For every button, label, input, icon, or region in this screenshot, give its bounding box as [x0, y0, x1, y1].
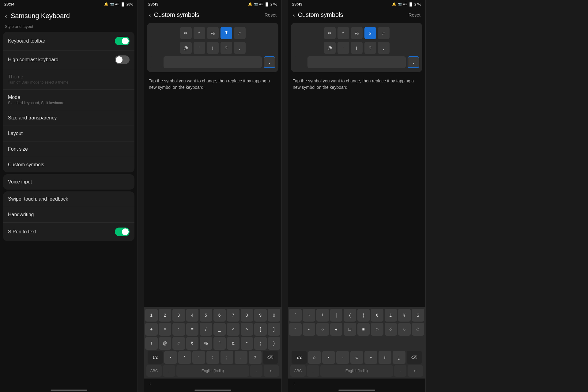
kb-key-rquote-2[interactable]: » — [364, 351, 377, 364]
kb-comma-bottom-2[interactable]: , — [307, 365, 319, 377]
sym-key-percent-2[interactable]: % — [351, 27, 363, 39]
kb-key-lt[interactable]: < — [227, 323, 239, 336]
back-button-2[interactable]: ‹ — [149, 11, 151, 18]
kb-key-club[interactable]: ♧ — [412, 323, 424, 336]
kb-key-7[interactable]: 7 — [227, 309, 239, 322]
kb-dot-bottom-1[interactable]: . — [250, 365, 262, 377]
kb-key-tilde[interactable]: ~ — [303, 309, 315, 322]
kb-backspace-1[interactable]: ⌫ — [263, 351, 278, 364]
kb-enter-1[interactable]: ↵ — [264, 365, 279, 377]
kb-key-lquote-2[interactable]: « — [350, 351, 363, 364]
settings-item-keyboard-toolbar[interactable]: Keyboard toolbar — [3, 32, 134, 51]
kb-key-rcurl[interactable]: } — [357, 309, 370, 322]
kb-key-caret[interactable]: ^ — [213, 337, 226, 350]
kb-key-lbr[interactable]: [ — [254, 323, 267, 336]
kb-key-1[interactable]: 1 — [145, 309, 158, 322]
settings-item-font-size[interactable]: Font size — [3, 141, 134, 157]
sym-key-percent-1[interactable]: % — [207, 27, 219, 39]
sym-key-rupee-1[interactable]: ₹ — [221, 27, 232, 39]
sym-key-apos-2[interactable]: ' — [337, 42, 349, 54]
kb-key-dollar[interactable]: $ — [412, 309, 424, 322]
kb-key-under[interactable]: _ — [213, 323, 226, 336]
settings-item-high-contrast[interactable]: High contrast keyboard — [3, 51, 134, 69]
kb-page-1[interactable]: 1/2 — [148, 351, 163, 364]
kb-comma-bottom-1[interactable]: , — [163, 365, 175, 377]
kb-key-rupee[interactable]: ₹ — [186, 337, 199, 350]
sym-key-apos-1[interactable]: ' — [194, 42, 205, 54]
kb-dot-bottom-2[interactable]: . — [394, 365, 406, 377]
kb-key-square[interactable]: □ — [344, 323, 356, 336]
kb-key-6[interactable]: 6 — [213, 309, 226, 322]
kb-key-lcurl[interactable]: { — [344, 309, 356, 322]
kb-space-2[interactable]: English(India) — [320, 365, 393, 377]
kb-abc-2[interactable]: ABC — [290, 365, 306, 377]
settings-item-voice-input[interactable]: Voice input — [3, 174, 134, 190]
preview-dot-key-2[interactable]: . — [408, 56, 419, 68]
kb-page-2[interactable]: 2/2 — [292, 351, 307, 364]
kb-key-0[interactable]: 0 — [268, 309, 281, 322]
kb-key-hash[interactable]: # — [172, 337, 185, 350]
reset-button-1[interactable]: Reset — [265, 12, 277, 17]
kb-key-pct[interactable]: % — [200, 337, 212, 350]
kb-key-circle[interactable]: ○ — [316, 323, 329, 336]
kb-key-filled-square[interactable]: ■ — [357, 323, 370, 336]
sym-key-comma-1[interactable]: , — [234, 42, 246, 54]
kb-key-rect-2[interactable]: ▪ — [322, 351, 335, 364]
reset-button-2[interactable]: Reset — [409, 12, 420, 17]
settings-item-theme[interactable]: Theme Turn off Dark mode to select a the… — [3, 69, 134, 90]
settings-item-swipe[interactable]: Swipe, touch, and feedback — [3, 191, 134, 207]
back-button-3[interactable]: ‹ — [293, 11, 295, 18]
sym-key-pencil-2[interactable]: ✏ — [324, 27, 336, 39]
sym-key-hash-2[interactable]: # — [378, 27, 390, 39]
kb-space-1[interactable]: English(India) — [176, 365, 249, 377]
kb-key-eq[interactable]: = — [186, 323, 199, 336]
toggle-high-contrast[interactable] — [115, 55, 130, 64]
kb-key-spade[interactable]: ♤ — [371, 323, 383, 336]
kb-key-invq-2[interactable]: ¿ — [393, 351, 405, 364]
sym-key-exclaim-1[interactable]: ! — [207, 42, 219, 54]
kb-key-comma[interactable]: , — [235, 351, 247, 364]
kb-backspace-2[interactable]: ⌫ — [407, 351, 422, 364]
kb-key-8[interactable]: 8 — [241, 309, 253, 322]
kb-key-pound[interactable]: £ — [385, 309, 397, 322]
sym-key-pencil-1[interactable]: ✏ — [180, 27, 192, 39]
kb-key-3[interactable]: 3 — [172, 309, 185, 322]
kb-abc-1[interactable]: ABC — [146, 365, 162, 377]
down-arrow-2[interactable]: ↓ — [288, 379, 425, 388]
settings-item-s-pen[interactable]: S Pen to text — [3, 223, 134, 241]
settings-item-handwriting[interactable]: Handwriting — [3, 207, 134, 223]
kb-key-info-2[interactable]: ℹ — [379, 351, 391, 364]
kb-key-filled-circle[interactable]: ● — [330, 323, 343, 336]
sym-key-caret-2[interactable]: ^ — [337, 27, 349, 39]
sym-key-dollar-2[interactable]: $ — [364, 27, 376, 39]
kb-key-4[interactable]: 4 — [186, 309, 199, 322]
toggle-keyboard-toolbar[interactable] — [115, 37, 130, 45]
kb-key-yen[interactable]: ¥ — [398, 309, 411, 322]
kb-key-rpar[interactable]: ) — [268, 337, 281, 350]
sym-key-hash-1[interactable]: # — [234, 27, 246, 39]
settings-item-size-transparency[interactable]: Size and transparency — [3, 110, 134, 126]
kb-key-colon[interactable]: : — [206, 351, 219, 364]
back-button-1[interactable]: ‹ — [5, 13, 7, 20]
kb-key-slash[interactable]: / — [200, 323, 212, 336]
kb-key-plus[interactable]: + — [145, 323, 158, 336]
kb-key-dquote[interactable]: " — [192, 351, 205, 364]
kb-key-euro[interactable]: € — [371, 309, 383, 322]
kb-key-times[interactable]: × — [159, 323, 172, 336]
kb-key-star-2[interactable]: ☆ — [308, 351, 321, 364]
kb-key-minus[interactable]: - — [164, 351, 177, 364]
sym-key-question-1[interactable]: ? — [221, 42, 232, 54]
kb-key-bullet[interactable]: • — [303, 323, 315, 336]
kb-key-9[interactable]: 9 — [254, 309, 267, 322]
settings-item-layout[interactable]: Layout — [3, 126, 134, 141]
kb-key-degree[interactable]: ° — [289, 323, 302, 336]
kb-key-amp[interactable]: & — [227, 337, 239, 350]
sym-key-question-2[interactable]: ? — [364, 42, 376, 54]
kb-key-semi[interactable]: ; — [221, 351, 233, 364]
kb-key-backslash[interactable]: \ — [316, 309, 329, 322]
kb-key-rbr[interactable]: ] — [268, 323, 281, 336]
kb-key-diamond[interactable]: ♢ — [398, 323, 411, 336]
sym-key-caret-1[interactable]: ^ — [194, 27, 205, 39]
preview-dot-key-1[interactable]: . — [264, 56, 275, 68]
kb-key-sm-rect-2[interactable]: ▫ — [336, 351, 349, 364]
